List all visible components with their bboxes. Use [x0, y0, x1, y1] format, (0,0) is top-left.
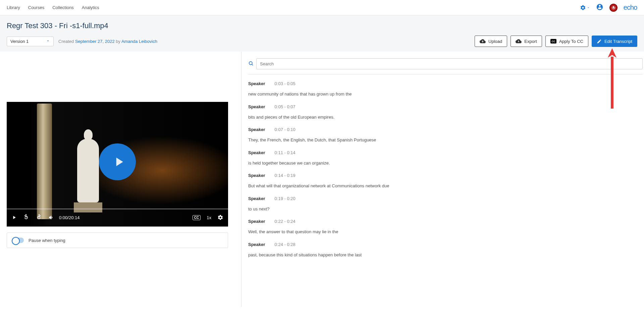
- segment-speaker: Speaker: [248, 150, 265, 155]
- right-pane: Speaker0:03 - 0:05new community of natio…: [241, 52, 644, 307]
- left-pane: 0:00/20:14 CC 1x Pause when typing: [0, 52, 241, 307]
- volume-control[interactable]: [48, 214, 54, 221]
- segment-text: to us next?: [248, 206, 641, 212]
- segment-text: Well, the answer to that question may li…: [248, 229, 641, 235]
- transcript-list[interactable]: Speaker0:03 - 0:05new community of natio…: [248, 81, 643, 300]
- transcript-segment[interactable]: Speaker0:11 - 0:14is held together becau…: [248, 150, 641, 167]
- segment-text: is held together because we can organize…: [248, 160, 641, 167]
- transcript-segment[interactable]: Speaker0:03 - 0:05new community of natio…: [248, 81, 641, 98]
- nav-left: Library Courses Collections Analytics: [7, 5, 99, 10]
- segment-speaker: Speaker: [248, 173, 265, 178]
- segment-speaker: Speaker: [248, 81, 265, 86]
- video-controls: 0:00/20:14 CC 1x: [7, 208, 228, 227]
- video-player[interactable]: 0:00/20:14 CC 1x: [7, 102, 228, 227]
- segment-time: 0:07 - 0:10: [275, 127, 296, 132]
- volume-icon: [48, 214, 54, 221]
- transcript-segment[interactable]: Speaker0:22 - 0:24Well, the answer to th…: [248, 219, 641, 235]
- chevron-down-icon: [587, 6, 590, 9]
- segment-speaker: Speaker: [248, 219, 265, 224]
- pause-toggle-label: Pause when typing: [29, 238, 65, 243]
- time-display: 0:00/20:14: [59, 215, 79, 220]
- nav-link-courses[interactable]: Courses: [28, 5, 44, 10]
- segment-text: past, because this kind of situations ha…: [248, 252, 641, 258]
- search-row: [248, 58, 643, 74]
- segment-time: 0:14 - 0:19: [275, 173, 296, 178]
- play-control[interactable]: [11, 215, 17, 220]
- svg-text:CC: CC: [551, 40, 555, 43]
- settings-menu[interactable]: [580, 5, 590, 11]
- segment-speaker: Speaker: [248, 104, 265, 109]
- version-value: Version 1: [10, 39, 29, 44]
- search-input[interactable]: [256, 58, 643, 69]
- segment-header: Speaker0:22 - 0:24: [248, 219, 641, 224]
- cc-icon: CC: [550, 39, 556, 44]
- segment-time: 0:03 - 0:05: [275, 81, 296, 86]
- main-split: 0:00/20:14 CC 1x Pause when typing Speak…: [0, 52, 644, 307]
- segment-speaker: Speaker: [248, 242, 265, 247]
- segment-speaker: Speaker: [248, 127, 265, 132]
- segment-header: Speaker0:19 - 0:20: [248, 196, 641, 201]
- play-icon: [111, 154, 126, 169]
- transcript-segment[interactable]: Speaker0:07 - 0:10They, the French, the …: [248, 127, 641, 143]
- cloud-download-icon: [516, 38, 522, 44]
- transcript-segment[interactable]: Speaker0:19 - 0:20to us next?: [248, 196, 641, 212]
- export-button[interactable]: Export: [511, 36, 542, 47]
- rewind-control[interactable]: [23, 214, 30, 221]
- forward-control[interactable]: [36, 214, 42, 221]
- upload-button[interactable]: Upload: [475, 36, 507, 47]
- forward-icon: [36, 214, 42, 221]
- cc-toggle[interactable]: CC: [193, 215, 201, 220]
- segment-header: Speaker0:24 - 0:28: [248, 242, 641, 247]
- university-badge-icon[interactable]: U: [609, 4, 618, 12]
- segment-time: 0:19 - 0:20: [275, 196, 296, 201]
- segment-text: new community of nations that has grown …: [248, 91, 641, 98]
- video-decor-pillar: [37, 104, 52, 219]
- pause-when-typing-box: Pause when typing: [7, 233, 228, 248]
- nav-link-collections[interactable]: Collections: [52, 5, 74, 10]
- segment-header: Speaker0:05 - 0:07: [248, 104, 641, 109]
- transcript-segment[interactable]: Speaker0:14 - 0:19But what will that org…: [248, 173, 641, 189]
- gear-icon: [217, 214, 223, 221]
- transcript-segment[interactable]: Speaker0:05 - 0:07bits and pieces of the…: [248, 104, 641, 121]
- edit-transcript-button[interactable]: Edit Transcript: [592, 36, 637, 47]
- nav-link-analytics[interactable]: Analytics: [82, 5, 99, 10]
- cloud-upload-icon: [480, 38, 486, 44]
- playback-speed[interactable]: 1x: [207, 215, 211, 220]
- segment-text: But what will that organizational networ…: [248, 183, 641, 189]
- apply-to-cc-button[interactable]: CC Apply To CC: [545, 36, 588, 47]
- segment-time: 0:22 - 0:24: [275, 219, 296, 224]
- nav-link-library[interactable]: Library: [7, 5, 20, 10]
- gear-icon: [580, 5, 586, 11]
- segment-text: They, the French, the English, the Dutch…: [248, 137, 641, 143]
- nav-right: U echo: [580, 3, 637, 12]
- header-bar: Regr Test 303 - Fri -s1-full.mp4 Version…: [0, 15, 644, 52]
- page-title: Regr Test 303 - Fri -s1-full.mp4: [7, 21, 637, 30]
- segment-header: Speaker0:07 - 0:10: [248, 127, 641, 132]
- segment-header: Speaker0:14 - 0:19: [248, 173, 641, 178]
- pencil-icon: [597, 39, 602, 44]
- segment-header: Speaker0:11 - 0:14: [248, 150, 641, 155]
- segment-time: 0:05 - 0:07: [275, 104, 296, 109]
- segment-time: 0:11 - 0:14: [275, 150, 296, 155]
- video-decor-statue: [74, 129, 102, 212]
- created-meta: Created September 27, 2022 by Amanda Lei…: [58, 39, 157, 44]
- play-button[interactable]: [99, 143, 136, 180]
- header-right: Upload Export CC Apply To CC Edit Transc…: [475, 36, 637, 47]
- account-icon[interactable]: [596, 3, 603, 12]
- header-row: Version 1 Created September 27, 2022 by …: [7, 36, 637, 47]
- segment-header: Speaker0:03 - 0:05: [248, 81, 641, 86]
- transcript-segment[interactable]: Speaker0:24 - 0:28past, because this kin…: [248, 242, 641, 258]
- segment-speaker: Speaker: [248, 196, 265, 201]
- svg-point-2: [249, 62, 252, 65]
- settings-control[interactable]: [217, 214, 223, 221]
- search-icon: [248, 61, 254, 67]
- chevron-down-icon: [46, 39, 50, 44]
- progress-track[interactable]: [7, 208, 228, 209]
- echo-logo[interactable]: echo: [624, 4, 637, 11]
- play-icon: [11, 215, 17, 220]
- version-select[interactable]: Version 1: [7, 37, 54, 46]
- pause-toggle[interactable]: [12, 238, 24, 243]
- header-left: Version 1 Created September 27, 2022 by …: [7, 37, 157, 46]
- rewind-icon: [23, 214, 30, 221]
- segment-text: bits and pieces of the old European empi…: [248, 114, 641, 121]
